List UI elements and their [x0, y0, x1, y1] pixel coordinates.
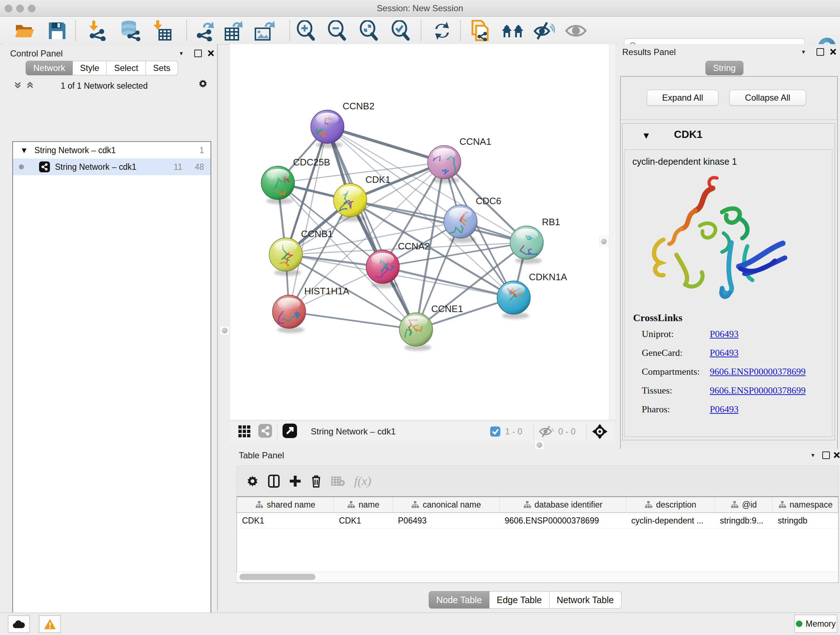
crosslink-link[interactable]: 9606.ENSP00000378699 [710, 366, 806, 377]
crosslink-label: GeneCard: [642, 348, 710, 358]
export-network-icon [196, 20, 218, 41]
cell-name[interactable]: CDK1 [334, 513, 393, 528]
network-graph[interactable]: CCNB2CCNA1CDC25BCDK1CDC6RB1CCNB1CCNA2CDK… [230, 44, 609, 420]
table-panel-close-button[interactable] [832, 450, 840, 460]
collapse-all-tree-button[interactable] [13, 80, 22, 90]
tab-network[interactable]: Network [26, 61, 73, 75]
expand-all-button[interactable]: Expand All [647, 90, 718, 106]
tab-node-table[interactable]: Node Table [429, 591, 489, 608]
show-all-button[interactable] [563, 21, 589, 41]
crosslink-link[interactable]: P06493 [710, 329, 738, 340]
tree-expander-icon[interactable]: ▼ [22, 147, 27, 154]
tab-select[interactable]: Select [107, 61, 146, 75]
hidden-eye-slash-icon[interactable] [538, 425, 554, 438]
node-label-CCNB2: CCNB2 [343, 101, 374, 111]
expand-all-tree-button[interactable] [25, 80, 35, 90]
control-panel-float-button[interactable] [193, 49, 202, 58]
node-table[interactable]: shared namenamecanonical namedatabase id… [237, 496, 838, 583]
warnings-button[interactable] [39, 616, 61, 633]
cell-canonical-name[interactable]: P06493 [393, 513, 500, 528]
export-network-button[interactable] [194, 21, 220, 41]
results-panel-float-button[interactable] [815, 47, 825, 57]
birds-eye-toggle-icon[interactable] [592, 424, 608, 440]
node-CDKN1A[interactable]: CDKN1A [497, 272, 567, 319]
node-CCNE1[interactable]: CCNE1 [399, 303, 463, 351]
grid-mode-button[interactable] [238, 424, 251, 439]
tab-network-table[interactable]: Network Table [549, 591, 622, 608]
edge-CCNB2-HIST1H1A[interactable] [289, 127, 327, 312]
tab-edge-table[interactable]: Edge Table [489, 591, 549, 608]
open-in-window-button[interactable] [283, 424, 297, 440]
refresh-button[interactable] [429, 21, 455, 41]
export-image-button[interactable] [252, 21, 278, 41]
zoom-in-button[interactable] [293, 21, 319, 41]
crosslink-link[interactable]: P06493 [710, 404, 738, 415]
duplicate-network-button[interactable] [467, 21, 493, 41]
import-table-file-button[interactable] [149, 21, 175, 41]
add-column-button[interactable] [289, 475, 302, 487]
cloud-status-button[interactable] [8, 616, 30, 633]
network-options-gear-button[interactable] [198, 79, 208, 88]
results-panel-close-button[interactable] [829, 47, 838, 57]
node-HIST1H1A[interactable]: HIST1H1A [272, 286, 349, 333]
zoom-selected-button[interactable] [388, 21, 414, 41]
column-header-database-identifier[interactable]: database identifier [500, 497, 626, 512]
control-panel-close-button[interactable] [206, 49, 216, 58]
memory-button[interactable]: Memory [794, 615, 837, 633]
edge-HIST1H1A-CCNE1[interactable] [289, 312, 416, 329]
tab-sets[interactable]: Sets [146, 61, 178, 75]
scrollbar-thumb[interactable] [240, 574, 316, 580]
network-view-mode-button[interactable] [258, 424, 272, 439]
node-RB1[interactable]: RB1 [510, 217, 561, 264]
edge-CDK1-RB1[interactable] [350, 200, 527, 242]
column-header-name[interactable]: name [334, 497, 393, 512]
column-header-shared-name[interactable]: shared name [237, 497, 334, 512]
table-row[interactable]: CDK1CDK1P064939606.ENSP00000378699cyclin… [237, 513, 838, 529]
collapse-all-button[interactable]: Collapse All [729, 90, 806, 106]
network-row[interactable]: String Network – cdk1 11 48 [13, 158, 210, 175]
edge-CCNB2-RB1[interactable] [327, 127, 527, 242]
cell-database-identifier[interactable]: 9606.ENSP00000378699 [500, 513, 626, 528]
network-canvas[interactable]: CCNB2CCNA1CDC25BCDK1CDC6RB1CCNB1CCNA2CDK… [230, 44, 609, 420]
hide-selected-button[interactable] [531, 21, 557, 41]
zoom-fit-button[interactable] [356, 21, 382, 41]
column-header-canonical-name[interactable]: canonical name [393, 497, 500, 512]
table-panel-float-button[interactable] [821, 450, 831, 460]
crosslink-link[interactable]: 9606.ENSP00000378699 [710, 385, 806, 396]
import-network-database-button[interactable] [117, 21, 143, 41]
open-session-button[interactable] [11, 21, 38, 41]
column-header--id[interactable]: @id [715, 497, 773, 512]
column-header-namespace[interactable]: namespace [773, 497, 838, 512]
network-collection-row[interactable]: ▼ String Network – cdk1 1 [13, 142, 210, 158]
show-columns-button[interactable] [268, 475, 279, 488]
edge-CCNB2-CCNA1[interactable] [327, 127, 444, 162]
network-canvas-scrollbar[interactable] [609, 44, 615, 420]
delete-column-button[interactable] [311, 475, 322, 488]
tab-string[interactable]: String [706, 61, 744, 75]
tab-style[interactable]: Style [73, 61, 107, 75]
node-CDC6[interactable]: CDC6 [444, 195, 501, 243]
save-session-button[interactable] [44, 21, 70, 41]
bottom-splitter-grip[interactable] [535, 440, 544, 450]
left-splitter-grip[interactable] [220, 326, 229, 335]
control-panel-menu-button[interactable]: ▾ [177, 49, 186, 58]
table-options-gear-button[interactable] [246, 475, 259, 487]
table-horizontal-scrollbar[interactable] [237, 572, 838, 582]
crosslink-link[interactable]: P06493 [710, 348, 738, 358]
zoom-out-button[interactable] [324, 21, 350, 41]
export-table-button[interactable] [221, 21, 248, 41]
cell-description[interactable]: cyclin-dependent ... [626, 513, 715, 528]
import-network-file-button[interactable] [85, 21, 111, 41]
table-panel-menu-button[interactable]: ▾ [808, 450, 818, 460]
edge-CCNB2-CCNE1[interactable] [327, 127, 416, 329]
edge-CCNA2-CDKN1A[interactable] [383, 267, 514, 298]
cell-namespace[interactable]: stringdb [773, 513, 838, 528]
column-header-description[interactable]: description [626, 497, 715, 512]
cell-shared-name[interactable]: CDK1 [237, 513, 334, 528]
right-splitter-grip[interactable] [599, 237, 608, 246]
selected-checkbox-icon[interactable] [490, 426, 501, 437]
section-collapse-icon[interactable]: ▼ [644, 131, 649, 139]
cell--id[interactable]: stringdb:9... [715, 513, 773, 528]
results-panel-menu-button[interactable]: ▾ [799, 47, 808, 57]
first-neighbors-button[interactable] [500, 21, 526, 41]
